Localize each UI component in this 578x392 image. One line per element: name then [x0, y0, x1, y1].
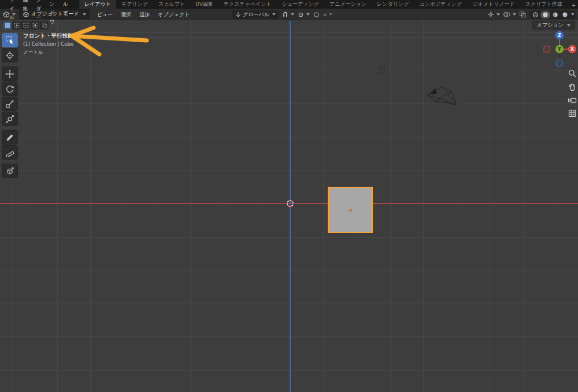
hand-icon	[568, 82, 577, 91]
tab-scripting[interactable]: スクリプト作成	[520, 0, 568, 9]
zoom-icon	[568, 69, 577, 78]
measure-icon	[5, 148, 14, 157]
tab-animation[interactable]: アニメーション	[324, 0, 372, 9]
tool-cursor[interactable]	[2, 48, 18, 62]
select-new-icon	[5, 23, 10, 28]
chevron-up-icon	[323, 13, 327, 16]
transform-orientation-dropdown[interactable]: グローバル	[232, 10, 279, 19]
camera-view-button[interactable]	[567, 95, 577, 105]
unit-label: メートル	[23, 48, 73, 56]
xray-icon	[519, 11, 526, 18]
gizmo-z-label: Z	[558, 33, 561, 38]
viewport-overlay-text: フロント・平行投影 (1) Collection | Cube メートル	[23, 32, 73, 56]
light-object[interactable]	[376, 65, 387, 76]
tab-shading[interactable]: シェーディング	[277, 0, 324, 9]
transform-icon	[5, 114, 14, 124]
menu-file[interactable]: ファイル	[5, 0, 18, 22]
shading-rendered-button[interactable]	[560, 11, 570, 19]
toolbar	[2, 33, 19, 178]
chevron-down-icon	[567, 24, 570, 27]
rotate-icon	[5, 84, 14, 94]
gizmo-y-label: Y	[557, 47, 561, 52]
pan-button[interactable]	[567, 82, 577, 92]
wireframe-sphere-icon	[532, 12, 539, 18]
xray-toggle[interactable]	[519, 11, 526, 18]
chevron-down-icon	[83, 13, 86, 16]
select-subtract-icon	[23, 23, 29, 28]
tab-compositing[interactable]: コンポジティング	[414, 0, 468, 9]
chevron-down-icon	[306, 13, 310, 16]
menu-object[interactable]: オブジェクト	[154, 9, 193, 20]
menu-window[interactable]: ウィンドウ	[45, 0, 58, 26]
proportional-circle-icon	[313, 12, 320, 18]
solid-sphere-icon	[542, 12, 549, 18]
shading-solid-button[interactable]	[540, 11, 550, 19]
cube-object[interactable]	[328, 187, 373, 233]
tab-geometry-nodes[interactable]: ジオメトリノード	[467, 0, 520, 9]
gizmo-icon	[487, 11, 494, 18]
magnet-icon	[282, 12, 288, 18]
viewport-header-center: グローバル	[232, 9, 332, 20]
snap-target-dropdown[interactable]	[298, 12, 310, 18]
menu-select[interactable]: 選択	[117, 9, 135, 20]
blender-window: フロント・平行投影 (1) Collection | Cube メートル ファイ…	[0, 0, 578, 392]
tool-scale[interactable]	[2, 97, 18, 111]
tab-texture-paint[interactable]: テクスチャペイント	[218, 0, 277, 9]
view-name-label: フロント・平行投影	[23, 32, 73, 40]
snap-target-icon	[298, 12, 304, 18]
menu-help[interactable]: ヘルプ	[59, 0, 72, 17]
active-collection-label: (1) Collection | Cube	[23, 40, 73, 48]
tab-sculpting[interactable]: スカルプト	[153, 0, 190, 9]
tab-uv-editing[interactable]: UV編集	[190, 0, 218, 9]
tab-layout[interactable]: レイアウト	[79, 0, 116, 9]
menu-render[interactable]: レンダー	[32, 0, 45, 22]
workspace-tabs: レイアウト モデリング スカルプト UV編集 テクスチャペイント シェーディング…	[79, 0, 578, 9]
tool-transform[interactable]	[2, 112, 18, 126]
tab-rendering[interactable]: レンダリング	[372, 0, 414, 9]
proportional-editing-toggle[interactable]	[313, 12, 320, 18]
tab-modeling[interactable]: モデリング	[116, 0, 153, 9]
viewport-header: オブジェクトモード ビュー 選択 追加 オブジェクト グローバル	[0, 9, 578, 20]
shading-mode-group	[529, 10, 576, 19]
menu-view[interactable]: ビュー	[94, 9, 116, 20]
navigation-gizmo[interactable]: Z X Y	[541, 29, 578, 69]
tool-select-box[interactable]	[2, 33, 18, 47]
viewport-nav-buttons	[567, 68, 577, 119]
gizmo-neg-z[interactable]	[556, 60, 563, 66]
material-sphere-icon	[552, 12, 558, 18]
add-cube-icon	[5, 167, 14, 176]
annotate-pencil-icon	[5, 133, 14, 142]
options-dropdown[interactable]: オプション	[532, 21, 575, 29]
chevron-down-icon	[513, 13, 516, 16]
shading-material-button[interactable]	[550, 11, 560, 19]
3d-cursor	[286, 199, 295, 208]
gizmo-neg-x[interactable]	[543, 46, 550, 53]
tool-rotate[interactable]	[2, 82, 18, 96]
tool-measure[interactable]	[2, 145, 18, 160]
toolbar-separator	[2, 63, 19, 66]
chevron-down-icon	[291, 13, 294, 16]
tool-add-cube[interactable]	[2, 164, 18, 178]
overlays-icon	[503, 11, 510, 18]
tool-move[interactable]	[2, 66, 18, 81]
options-label: オプション	[537, 21, 564, 29]
toggle-perspective-grid-button[interactable]	[567, 108, 577, 119]
zoom-button[interactable]	[567, 68, 577, 79]
select-mode-extend-button[interactable]	[12, 21, 21, 29]
rendered-sphere-icon	[562, 12, 568, 18]
tool-annotate[interactable]	[2, 130, 18, 145]
proportional-falloff-dropdown[interactable]	[323, 13, 332, 16]
shading-wireframe-button[interactable]	[531, 11, 540, 19]
show-overlays-toggle[interactable]	[503, 11, 516, 18]
menu-add[interactable]: 追加	[136, 9, 153, 20]
menu-edit[interactable]: 編集	[18, 0, 32, 13]
camera-icon	[568, 95, 577, 105]
select-mode-subtract-button[interactable]	[21, 21, 30, 29]
topbar: ファイル 編集 レンダー ウィンドウ ヘルプ レイアウト モデリング スカルプト…	[0, 0, 578, 9]
show-gizmo-toggle[interactable]	[487, 11, 500, 18]
add-workspace-button[interactable]: +	[568, 2, 578, 9]
camera-object[interactable]	[426, 86, 461, 111]
select-mode-new-button[interactable]	[3, 21, 12, 29]
snap-toggle-button[interactable]	[282, 12, 294, 18]
select-mode-invert-button[interactable]	[31, 21, 39, 29]
